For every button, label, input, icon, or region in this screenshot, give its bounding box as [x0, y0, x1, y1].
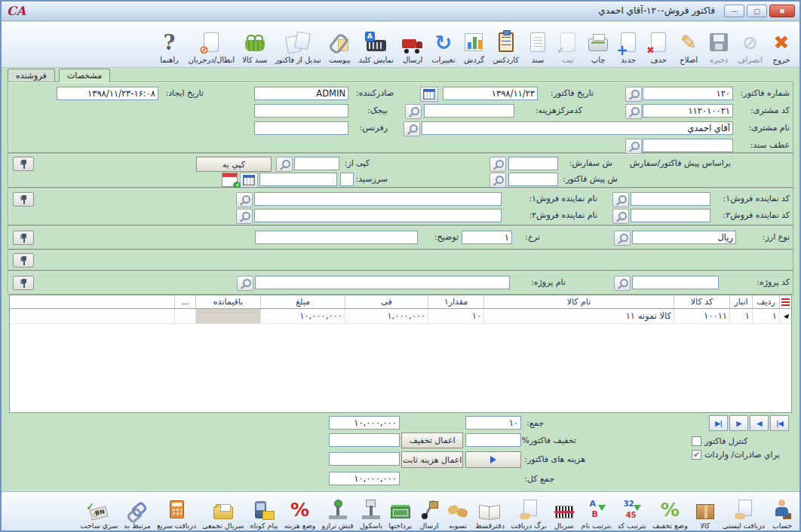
edit-button[interactable]: اصلاح — [674, 23, 704, 65]
cell-remaining[interactable] — [195, 309, 260, 323]
currency-search-button[interactable] — [614, 231, 631, 246]
section-pin-button[interactable] — [13, 192, 34, 206]
payments-button[interactable]: پرداختها — [385, 492, 415, 530]
rep1-name-field[interactable] — [254, 192, 502, 206]
print-button[interactable]: چاپ — [583, 23, 613, 65]
invoice-number-field[interactable]: ۱۲۰ — [643, 87, 733, 100]
nav-next-button[interactable]: ▶ — [729, 415, 748, 431]
dispatch-button[interactable]: ارسال — [415, 492, 443, 530]
apply-fixed-cost-button[interactable]: اعمال هزینه ثابت — [401, 451, 463, 468]
due-days-field[interactable] — [340, 173, 354, 186]
sms-button[interactable]: پیام کوتاه — [247, 492, 281, 530]
invoice-control-checkbox[interactable] — [692, 436, 701, 446]
sort-by-code-button[interactable]: بترتیب کد — [615, 492, 649, 530]
copy-from-field[interactable] — [294, 157, 339, 170]
cell-row-number[interactable]: ۱ — [752, 309, 779, 323]
project-name-search-button[interactable] — [237, 276, 253, 291]
cell-item-code[interactable]: ۱۰۰۱۱ — [674, 309, 729, 323]
kardex-button[interactable]: کاردکس — [489, 23, 523, 65]
section-pin-button[interactable] — [13, 157, 34, 171]
void-inprogress-button[interactable]: ابطال/درجریان — [185, 23, 239, 65]
col-header-remaining[interactable]: باقیمانده — [195, 295, 260, 308]
project-code-search-button[interactable] — [614, 276, 631, 291]
send-button[interactable]: ارسال — [397, 23, 428, 65]
invoice-number-search-button[interactable] — [625, 87, 642, 102]
col-header-more[interactable]: ... — [174, 295, 195, 308]
cell-quantity[interactable]: ۱۰ — [428, 309, 483, 323]
rep2-name-search-button[interactable] — [236, 209, 253, 224]
cost-amount-field[interactable] — [329, 452, 400, 466]
col-header-quantity[interactable]: مقدار۱ — [428, 295, 483, 308]
customer-code-search-button[interactable] — [625, 104, 642, 119]
cell-item-name[interactable]: کالا نمونه ۱۱ — [483, 309, 674, 323]
discount-percent-field[interactable] — [465, 433, 521, 447]
due-date-field[interactable] — [259, 173, 337, 186]
discount-amount-field[interactable] — [329, 433, 400, 447]
maximize-button[interactable]: ▢ — [747, 5, 767, 17]
customer-code-field[interactable]: ۱۱۲۰۱۰۰۲۱ — [643, 104, 733, 118]
copy-to-button[interactable]: کپي به — [196, 157, 272, 172]
product-basket-button[interactable]: سبد کالا — [238, 23, 271, 65]
help-button[interactable]: راهنما — [155, 23, 185, 65]
exit-button[interactable]: خروج — [766, 23, 796, 65]
proforma-search-button[interactable] — [490, 173, 506, 188]
cost-status-button[interactable]: وضع هزینه — [281, 492, 319, 530]
col-header-unit-price[interactable]: فی — [345, 295, 428, 308]
table-row[interactable]: ۱ ۱ ۱۰۰۱۱ کالا نمونه ۱۱ ۱۰ ۱,۰۰۰,۰۰۰ ۱۰,… — [10, 309, 791, 324]
order-number-search-button[interactable] — [490, 157, 506, 172]
installment-book-button[interactable]: دفترقسط — [472, 492, 508, 530]
goods-button[interactable]: کالا — [691, 492, 720, 530]
issuer-field[interactable]: ADMIN — [254, 87, 348, 100]
rate-field[interactable]: ۱ — [462, 231, 512, 244]
order-number-field[interactable] — [508, 157, 558, 170]
due-date-calendar-button[interactable] — [240, 173, 258, 188]
project-name-field[interactable] — [255, 276, 510, 289]
table-corner-cell[interactable] — [779, 295, 791, 308]
batch-series-button[interactable]: سري ساخت — [78, 492, 121, 530]
invoice-date-field[interactable]: ۱۳۹۸/۱۱/۲۳ — [443, 87, 538, 100]
receipt-sheet-button[interactable]: برگ دریافت — [508, 492, 550, 530]
account-button[interactable]: حساب — [768, 492, 796, 530]
tab-specifications[interactable]: مشخصات — [59, 69, 110, 82]
nav-prev-button[interactable]: ◀ — [750, 415, 769, 431]
new-button[interactable]: جدید — [613, 23, 643, 65]
discount-status-button[interactable]: وضع تخفیف — [649, 492, 691, 530]
rep1-code-field[interactable] — [631, 192, 710, 206]
cell-warehouse[interactable]: ۱ — [729, 309, 752, 323]
cell-unit-price[interactable]: ۱,۰۰۰,۰۰۰ — [345, 309, 428, 323]
related-to-button[interactable]: مرتبط به — [121, 492, 154, 530]
cost-center-field[interactable] — [424, 104, 514, 118]
cell-more[interactable] — [174, 309, 195, 323]
nav-last-button[interactable]: ▶| — [709, 415, 728, 431]
save-button[interactable]: ذخیره — [704, 23, 734, 65]
description-field[interactable] — [255, 231, 418, 244]
rep2-code-field[interactable] — [631, 209, 710, 222]
rep2-code-search-button[interactable] — [612, 209, 629, 224]
project-code-field[interactable] — [632, 276, 719, 289]
col-header-amount[interactable]: مبلغ — [260, 295, 345, 308]
attachment-button[interactable]: پیوست — [324, 23, 354, 65]
copy-from-search-button[interactable] — [276, 157, 293, 172]
weighbridge-button[interactable]: باسکول — [357, 492, 386, 530]
proforma-number-field[interactable] — [508, 173, 558, 186]
section-pin-button[interactable] — [13, 231, 34, 245]
rep2-name-field[interactable] — [254, 209, 502, 222]
customer-name-field[interactable]: آقاي احمدي — [422, 121, 733, 135]
settlement-button[interactable]: تسویه — [443, 492, 472, 530]
list-receive-button[interactable]: دریافت لیستی — [720, 492, 768, 530]
doc-reference-field[interactable] — [643, 139, 733, 152]
turnover-button[interactable]: گردش — [459, 23, 489, 65]
serial-button[interactable]: سریال — [550, 492, 578, 530]
minimize-button[interactable]: — — [724, 5, 744, 17]
col-header-item-code[interactable]: کد کالا — [674, 295, 729, 308]
show-keys-button[interactable]: نمایش کلید — [354, 23, 397, 65]
rep1-name-search-button[interactable] — [236, 192, 253, 207]
export-import-checkbox[interactable] — [692, 450, 701, 460]
cost-center-search-button[interactable] — [405, 104, 422, 119]
rep1-code-search-button[interactable] — [612, 192, 629, 207]
cumulative-serial-button[interactable]: سریال تجمعی — [199, 492, 247, 530]
delete-button[interactable]: حذف — [643, 23, 674, 65]
invoice-date-calendar-button[interactable] — [420, 87, 438, 102]
quick-receive-button[interactable]: دریافت سریع — [154, 492, 199, 530]
reference-field[interactable] — [254, 121, 348, 135]
